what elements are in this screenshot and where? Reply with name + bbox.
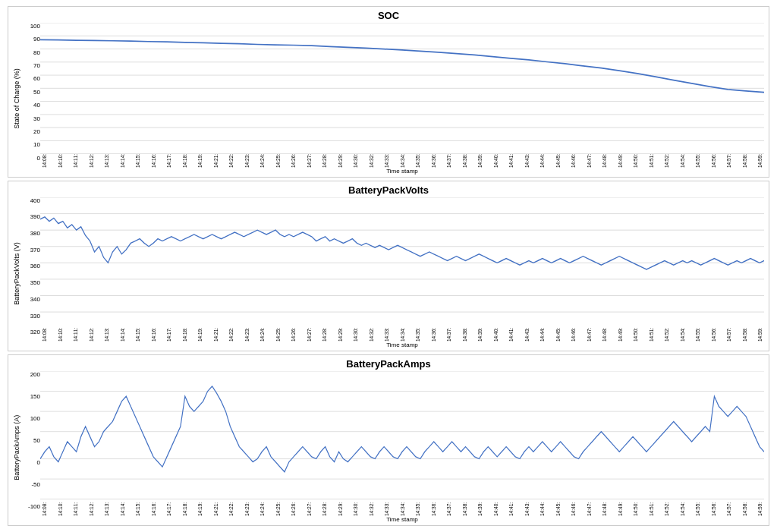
x-tick-label: 14:10:02 <box>58 328 63 342</box>
x-tick-label: 14:23:14 <box>244 328 250 342</box>
x-tick-label: 14:38:38 <box>462 154 467 168</box>
x-tick-label: 14:41:56 <box>508 328 514 342</box>
x-tick-label: 14:11:08 <box>73 154 78 168</box>
soc-title: SOC <box>13 10 764 21</box>
x-tick-label: 14:32:02 <box>369 328 374 342</box>
x-tick-label: 14:59:27 <box>757 328 763 342</box>
x-tick-label: 14:37:32 <box>446 328 451 342</box>
x-tick-label: 14:33:08 <box>384 154 389 168</box>
x-tick-label: 14:30:56 <box>353 154 358 168</box>
x-tick-label: 14:47:26 <box>587 154 592 168</box>
x-tick-label: 14:14:26 <box>120 328 125 342</box>
x-tick-label: 14:40:50 <box>493 502 499 516</box>
x-tick-label: 14:28:44 <box>322 154 327 168</box>
x-tick-label: 14:45:14 <box>555 154 561 168</box>
x-tick-label: 14:55:08 <box>695 154 700 168</box>
x-tick-label: 14:18:50 <box>182 502 187 516</box>
x-tick-label: 14:21:02 <box>213 328 219 342</box>
x-tick-label: 14:39:44 <box>477 502 483 516</box>
x-tick-label: 14:23:14 <box>244 154 250 168</box>
x-tick-label: 14:34:14 <box>400 328 405 342</box>
x-tick-label: 14:58:26 <box>742 328 747 342</box>
x-tick-label: 14:08:56 <box>42 328 47 342</box>
x-tick-label: 14:19:56 <box>197 502 203 516</box>
x-tick-label: 14:12:14 <box>89 328 94 342</box>
x-tick-label: 14:50:44 <box>633 502 638 516</box>
x-tick-label: 14:33:08 <box>384 328 389 342</box>
x-tick-label: 14:11:08 <box>73 502 78 516</box>
x-tick-label: 14:08:56 <box>42 154 47 168</box>
volts-x-labels: 14:08:5614:09:2914:10:0214:10:3514:11:08… <box>40 328 764 342</box>
x-tick-label: 14:17:44 <box>166 328 171 342</box>
x-tick-label: 14:39:44 <box>477 154 483 168</box>
x-tick-label: 14:10:02 <box>58 502 63 516</box>
x-tick-label: 14:44:08 <box>539 502 545 516</box>
x-tick-label: 14:34:14 <box>400 154 405 168</box>
x-tick-label: 14:21:02 <box>213 502 219 516</box>
volts-y-label: BatteryPackVolts (V) <box>13 197 24 350</box>
amps-svg <box>40 371 764 502</box>
volts-y-ticks: 400390380370360350340330320 <box>24 197 40 350</box>
main-container: SOC State of Charge (%) 1009080706050403… <box>0 0 777 532</box>
volts-x-title: Time stamp <box>40 342 764 349</box>
x-tick-label: 14:22:08 <box>228 154 234 168</box>
x-tick-label: 14:46:20 <box>571 154 576 168</box>
x-tick-label: 14:43:02 <box>524 328 530 342</box>
x-tick-label: 14:30:56 <box>353 328 358 342</box>
x-tick-label: 14:10:02 <box>58 154 63 168</box>
x-tick-label: 14:48:32 <box>602 154 607 168</box>
x-tick-label: 14:11:08 <box>73 328 78 342</box>
x-tick-label: 14:17:44 <box>166 154 171 168</box>
x-tick-label: 14:51:50 <box>649 328 654 342</box>
x-tick-label: 14:57:20 <box>726 154 731 168</box>
x-tick-label: 14:58:26 <box>742 154 747 168</box>
x-tick-label: 14:25:26 <box>275 154 281 168</box>
x-tick-label: 14:29:50 <box>338 154 343 168</box>
volts-plot-area: 14:08:5614:09:2914:10:0214:10:3514:11:08… <box>40 197 764 350</box>
x-tick-label: 14:32:02 <box>369 154 374 168</box>
x-tick-label: 14:24:20 <box>260 328 265 342</box>
x-tick-label: 14:56:14 <box>711 502 716 516</box>
x-tick-label: 14:45:14 <box>555 502 561 516</box>
x-tick-label: 14:43:02 <box>524 502 530 516</box>
x-tick-label: 14:37:32 <box>446 154 451 168</box>
x-tick-label: 14:14:26 <box>120 154 125 168</box>
x-tick-label: 14:45:14 <box>555 328 561 342</box>
x-tick-label: 14:29:50 <box>338 328 343 342</box>
x-tick-label: 14:58:26 <box>742 502 747 516</box>
x-tick-label: 14:29:50 <box>338 502 343 516</box>
x-tick-label: 14:38:38 <box>462 502 467 516</box>
x-tick-label: 14:52:56 <box>664 502 669 516</box>
x-tick-label: 14:37:32 <box>446 502 451 516</box>
x-tick-label: 14:35:20 <box>415 328 420 342</box>
amps-x-labels: 14:08:5614:09:2914:10:0214:10:3514:11:08… <box>40 502 764 516</box>
x-tick-label: 14:46:20 <box>571 502 576 516</box>
soc-chart-area: State of Charge (%) 10090807060504030201… <box>13 23 764 175</box>
x-tick-label: 14:48:32 <box>602 328 607 342</box>
x-tick-label: 14:57:20 <box>726 502 731 516</box>
x-tick-label: 14:36:26 <box>431 502 436 516</box>
x-tick-label: 14:19:56 <box>197 328 203 342</box>
x-tick-label: 14:28:44 <box>322 328 327 342</box>
x-tick-label: 14:28:44 <box>322 502 327 516</box>
x-tick-label: 14:14:26 <box>120 502 125 516</box>
soc-x-labels: 14:08:5614:09:2914:10:0214:10:3514:11:08… <box>40 154 764 168</box>
x-tick-label: 14:16:38 <box>151 502 156 516</box>
x-tick-label: 14:44:08 <box>539 154 545 168</box>
x-tick-label: 14:59:27 <box>757 154 763 168</box>
x-tick-label: 14:56:14 <box>711 154 716 168</box>
x-tick-label: 14:59:27 <box>757 502 763 516</box>
x-tick-label: 14:51:50 <box>649 502 654 516</box>
x-tick-label: 14:33:08 <box>384 502 389 516</box>
x-tick-label: 14:46:20 <box>571 328 576 342</box>
x-tick-label: 14:19:56 <box>197 154 203 168</box>
x-tick-label: 14:49:38 <box>618 328 623 342</box>
soc-y-label: State of Charge (%) <box>13 23 24 175</box>
x-tick-label: 14:38:38 <box>462 328 467 342</box>
x-tick-label: 14:25:26 <box>275 328 281 342</box>
x-tick-label: 14:27:38 <box>307 154 312 168</box>
x-tick-label: 14:35:20 <box>415 154 420 168</box>
x-tick-label: 14:26:32 <box>291 502 296 516</box>
soc-chart-panel: SOC State of Charge (%) 1009080706050403… <box>8 6 769 178</box>
x-tick-label: 14:18:50 <box>182 328 187 342</box>
